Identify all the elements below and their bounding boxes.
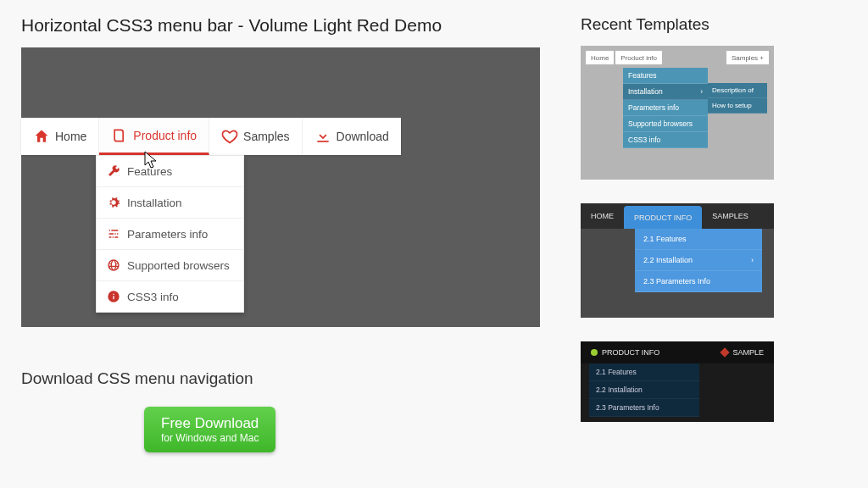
dropdown-item-installation[interactable]: Installation: [97, 187, 243, 219]
template-thumbnail-2[interactable]: HOME PRODUCT INFO SAMPLES 2.1 Features 2…: [581, 203, 774, 318]
template-thumbnail-3[interactable]: PRODUCT INFO SAMPLE 2.1 Features 2.2 Ins…: [581, 341, 774, 422]
menu-item-label: Home: [55, 130, 86, 143]
book-icon: [111, 127, 128, 144]
menubar: Home Product info Samples Download: [21, 118, 401, 155]
download-button-title: Free Download: [161, 415, 259, 432]
dropdown-item-label: Parameters info: [127, 228, 208, 241]
dropdown-item-browsers[interactable]: Supported browsers: [97, 250, 243, 281]
dropdown-item-css3[interactable]: CSS3 info: [97, 281, 243, 312]
home-icon: [33, 128, 50, 145]
dropdown-item-features[interactable]: Features: [97, 156, 243, 187]
template-thumbnail-1[interactable]: Home Product info Samples + Features Ins…: [581, 46, 774, 180]
download-button-subtitle: for Windows and Mac: [161, 432, 259, 444]
globe-icon: [107, 258, 120, 272]
dropdown-item-label: Features: [127, 165, 172, 178]
gear-icon: [107, 196, 120, 209]
heart-icon: [221, 128, 238, 145]
menu-demo-area: Home Product info Samples Download: [21, 47, 540, 327]
wrench-icon: [107, 164, 120, 178]
dropdown-item-label: Supported browsers: [127, 259, 230, 272]
dropdown-menu: Features Installation Parameters info Su…: [96, 155, 244, 313]
menu-item-label: Download: [337, 130, 389, 143]
sliders-icon: [107, 227, 120, 241]
page-title: Horizontal CSS3 menu bar - Volume Light …: [21, 15, 547, 36]
dropdown-item-parameters[interactable]: Parameters info: [97, 219, 243, 250]
dropdown-item-label: Installation: [127, 197, 182, 209]
sidebar-title: Recent Templates: [581, 15, 784, 34]
menu-item-samples[interactable]: Samples: [209, 118, 302, 155]
menu-item-home[interactable]: Home: [21, 118, 99, 155]
download-section-title: Download CSS menu navigation: [21, 369, 547, 388]
info-icon: [107, 290, 120, 303]
free-download-button[interactable]: Free Download for Windows and Mac: [144, 407, 275, 452]
menu-item-download[interactable]: Download: [303, 118, 401, 155]
download-icon: [314, 128, 331, 145]
menu-item-label: Product info: [133, 129, 197, 142]
dropdown-item-label: CSS3 info: [127, 291, 179, 303]
menu-item-label: Samples: [243, 130, 289, 143]
menu-item-product-info[interactable]: Product info: [99, 118, 209, 155]
